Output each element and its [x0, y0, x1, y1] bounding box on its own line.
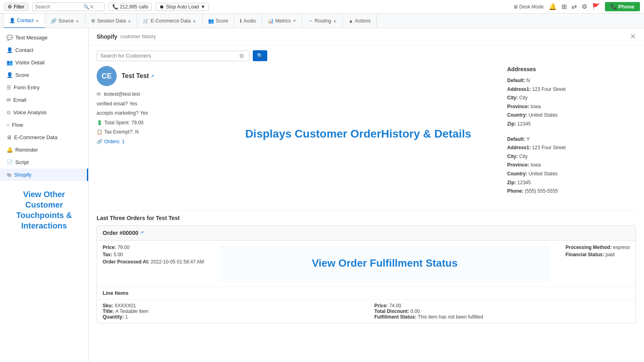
- address0-province-value: Iowa: [530, 104, 541, 109]
- orders-row: 🔗 Orders: 1: [97, 138, 209, 146]
- order-price-row: Price: 79.00: [103, 245, 204, 250]
- tax-row: 📋 Tax Exempt?: N: [97, 128, 209, 137]
- address0-default-row: Default: N: [507, 76, 636, 85]
- tab-audio[interactable]: ℹ Audio: [234, 14, 262, 28]
- tab-source-arrow: ▲: [75, 19, 79, 23]
- address0-country-label: Country:: [507, 112, 528, 118]
- sidebar-item-label-contact: Contact: [15, 47, 33, 53]
- sidebar-item-label-text-message: Text Message: [15, 35, 47, 41]
- tab-contact-icon: 👤: [9, 18, 15, 23]
- verified-value: Yes: [129, 100, 137, 109]
- address1-country-value: United States: [528, 171, 557, 177]
- sidebar-cta: View Other Customer Touchpoints & Intera…: [0, 181, 88, 239]
- order-meta-right: Processing Method: express Financial Sta…: [566, 245, 630, 282]
- search-gear-icon[interactable]: ⚙: [239, 53, 244, 59]
- sidebar-item-label-flow: Flow: [12, 122, 23, 128]
- order-financial-status-label: Financial Status:: [566, 252, 605, 257]
- sku-row: Sku: XXXXX01: [103, 303, 358, 309]
- address1-zip-label: Zip:: [507, 180, 517, 185]
- sidebar-cta-text: View Other Customer Touchpoints & Intera…: [16, 190, 72, 230]
- sidebar-item-contact[interactable]: 👤 Contact: [0, 44, 88, 56]
- sidebar-item-voice-analysis[interactable]: ⊙ Voice Analysis: [0, 106, 88, 119]
- quantity-label: Quantity:: [103, 314, 125, 320]
- tab-metrics[interactable]: 📊 Metrics ▼: [262, 14, 303, 28]
- address1-default-label: Default:: [507, 136, 526, 142]
- order-tax-value: 5.00: [114, 252, 123, 257]
- shopify-panel-header: Shopify customer history ✕: [89, 28, 644, 45]
- tab-session-arrow: ▲: [128, 19, 132, 23]
- total-discount-label: Total Discount:: [374, 309, 411, 314]
- displays-message: Displays Customer OrderHistory & Details: [217, 66, 499, 202]
- search-clear-icon[interactable]: ✕: [89, 4, 94, 10]
- visitor-detail-icon: 👥: [6, 60, 13, 66]
- address0-address1-label: Address1:: [507, 86, 532, 92]
- top-search-input[interactable]: [35, 4, 83, 10]
- arrows-icon[interactable]: ⇄: [572, 3, 577, 10]
- order-processing-method-value: express: [613, 245, 630, 250]
- desk-mode-button[interactable]: 🖥 Desk Mode: [513, 4, 544, 10]
- tab-session-data[interactable]: ⚙ Session Data ▲: [85, 14, 137, 28]
- sidebar-item-form-entry[interactable]: ☰ Form Entry: [0, 81, 88, 94]
- line-price-label: Price:: [374, 303, 389, 309]
- line-item-col-left: Sku: XXXXX01 Title: A Testable Item Quan…: [103, 303, 358, 320]
- sidebar-item-reminder[interactable]: 🔔 Reminder: [0, 144, 88, 156]
- filter-icon: ⚙: [8, 4, 12, 10]
- address1-province-value: Iowa: [530, 162, 541, 168]
- customer-email: testest@test.test: [104, 90, 140, 99]
- stop-auto-load-button[interactable]: ⏺ Stop Auto Load ▼: [156, 3, 209, 11]
- settings-icon[interactable]: ⚙: [582, 3, 587, 10]
- line-item-col-right: Price: 74.00 Total Discount: 0.00 Fulfil…: [374, 303, 630, 320]
- tab-routing[interactable]: ↔ Routing ▲: [302, 14, 343, 28]
- phone-button[interactable]: 📞 Phone: [605, 2, 640, 11]
- marketing-row: accepts marketing? Yes: [97, 109, 209, 118]
- tab-ecommerce-data[interactable]: 🛒 E-Commerce Data ▲: [137, 14, 202, 28]
- search-submit-button[interactable]: 🔍: [253, 50, 267, 61]
- search-icon: 🔍: [83, 4, 89, 10]
- sidebar-item-shopify[interactable]: 🛍 Shopify: [0, 169, 88, 181]
- bell-icon[interactable]: 🔔: [549, 3, 557, 10]
- score-icon: 👤: [6, 72, 13, 78]
- tab-session-icon: ⚙: [91, 18, 95, 24]
- tab-source[interactable]: 🔗 Source ▲: [45, 14, 85, 28]
- line-price-value: 74.00: [389, 303, 401, 309]
- customer-avatar: CE: [97, 66, 117, 86]
- address1-phone-row: Phone: (555) 555-5555: [507, 187, 636, 196]
- view-order-message: View Order Fulfillment Status: [220, 245, 549, 282]
- sidebar-item-email[interactable]: ✉ Email: [0, 94, 88, 106]
- main-layout: 💬 Text Message 👤 Contact 👥 Visitor Detai…: [0, 28, 644, 362]
- address1-city-label: City:: [507, 154, 519, 159]
- sidebar-item-flow[interactable]: ○ Flow: [0, 119, 88, 131]
- sidebar-item-ecommerce-data[interactable]: 🖥 E-Commerce Data: [0, 131, 88, 144]
- tab-actions[interactable]: ▲ Actions: [343, 14, 377, 28]
- address0-zip-value: 12345: [517, 121, 530, 127]
- search-customers-input[interactable]: [100, 53, 239, 59]
- desk-mode-label: Desk Mode: [519, 4, 544, 10]
- displays-message-text: Displays Customer OrderHistory & Details: [245, 127, 471, 141]
- grid-icon[interactable]: ⊞: [561, 3, 567, 10]
- title-value: A Testable Item: [116, 309, 149, 314]
- sidebar-item-visitor-detail[interactable]: 👥 Visitor Detail: [0, 56, 88, 69]
- address0-country-row: Country: United States: [507, 111, 636, 120]
- sidebar-item-script[interactable]: 📄 Script: [0, 156, 88, 169]
- sidebar-item-label-script: Script: [15, 159, 29, 165]
- tab-contact[interactable]: 👤 Contact ▲: [3, 14, 45, 28]
- order-external-link-icon[interactable]: ↗: [140, 230, 144, 235]
- text-message-icon: 💬: [6, 35, 13, 41]
- verified-row: verified email? Yes: [97, 100, 209, 109]
- orders-count: 1: [122, 138, 125, 146]
- phone-icon: 📞: [611, 4, 617, 10]
- email-row: ✉ testest@test.test: [97, 90, 209, 99]
- tab-score[interactable]: 👥 Score: [202, 14, 234, 28]
- address1-default-value: Y: [526, 136, 530, 142]
- sidebar-item-score[interactable]: 👤 Score: [0, 69, 88, 81]
- address0-city-row: City: City: [507, 94, 636, 103]
- sidebar-item-text-message[interactable]: 💬 Text Message: [0, 31, 88, 44]
- filter-label: Filter: [14, 4, 25, 10]
- shopify-title: Shopify: [97, 33, 117, 40]
- shopify-close-icon[interactable]: ✕: [630, 32, 636, 41]
- order-processing-method-label: Processing Method:: [566, 245, 613, 250]
- external-link-icon[interactable]: ↗: [151, 74, 154, 79]
- filter-button[interactable]: ⚙ Filter: [4, 3, 28, 11]
- flag-icon[interactable]: 🚩: [592, 3, 600, 10]
- order-financial-status-row: Financial Status: paid: [566, 252, 630, 257]
